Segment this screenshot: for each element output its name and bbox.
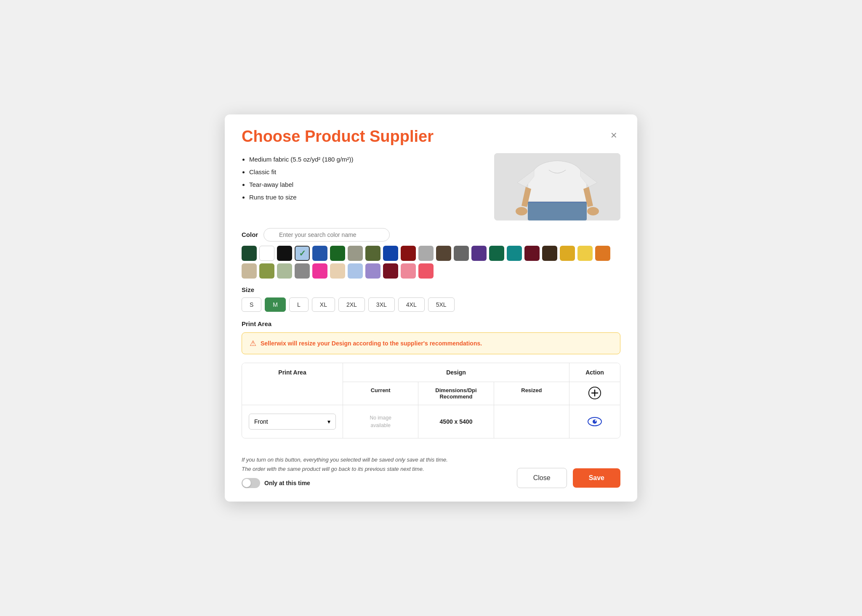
warning-banner: ⚠ Sellerwix will resize your Design acco… [242, 332, 620, 354]
sub-header-resized: Resized [494, 382, 569, 405]
color-swatch[interactable] [259, 263, 274, 279]
color-swatch[interactable] [524, 246, 540, 261]
print-area-title: Print Area [242, 320, 620, 327]
color-swatch[interactable] [330, 263, 345, 279]
sub-header-current: Current [343, 382, 418, 405]
color-swatch[interactable] [242, 263, 257, 279]
close-button[interactable]: Close [517, 468, 567, 488]
color-swatch[interactable] [471, 246, 487, 261]
product-feature-item: Medium fabric (5.5 oz/yd² (180 g/m²)) [249, 153, 484, 166]
color-swatch[interactable] [577, 246, 593, 261]
color-swatch[interactable] [560, 246, 575, 261]
footer-left: If you turn on this button, everything y… [242, 455, 517, 488]
size-buttons: SMLXL2XL3XL4XL5XL [242, 297, 620, 312]
add-design-button[interactable] [588, 386, 601, 400]
col-print-area-header: Print Area [242, 363, 343, 405]
product-feature-item: Runs true to size [249, 191, 484, 204]
product-info-row: Medium fabric (5.5 oz/yd² (180 g/m²))Cla… [242, 153, 620, 220]
color-swatch[interactable] [330, 246, 345, 261]
action-add-area [569, 382, 620, 404]
product-features-list: Medium fabric (5.5 oz/yd² (180 g/m²))Cla… [242, 153, 484, 204]
size-option-button[interactable]: S [242, 297, 261, 312]
color-swatch[interactable] [312, 263, 327, 279]
color-row: Color 🔍 [242, 228, 620, 242]
color-swatch[interactable] [365, 246, 380, 261]
product-feature-item: Tear-away label [249, 178, 484, 191]
size-section: Size SMLXL2XL3XL4XL5XL [242, 286, 620, 312]
footer-note: If you turn on this button, everything y… [242, 455, 517, 474]
color-swatch[interactable] [542, 246, 557, 261]
toggle-label: Only at this time [264, 480, 310, 486]
col-design-header: Design Current Dimensions/Dpi Recommend … [343, 363, 569, 405]
size-option-button[interactable]: 3XL [368, 297, 395, 312]
color-swatch[interactable] [259, 246, 274, 261]
footer-note-line1: If you turn on this button, everything y… [242, 457, 448, 463]
size-option-button[interactable]: 2XL [338, 297, 365, 312]
front-select-label: Front [254, 418, 268, 425]
size-option-button[interactable]: L [289, 297, 309, 312]
body-action-cell [569, 405, 620, 438]
footer-note-line2: The order with the same product will go … [242, 466, 424, 472]
modal-container: Choose Product Supplier × Medium fabric … [225, 114, 637, 502]
body-print-area-cell: Front ▾ [242, 405, 343, 438]
color-swatch[interactable] [436, 246, 451, 261]
action-header-cell: Action [569, 363, 620, 382]
current-image-cell: No imageavailable [343, 405, 418, 438]
color-swatch[interactable] [489, 246, 504, 261]
modal-title: Choose Product Supplier [242, 128, 434, 146]
warning-icon: ⚠ [250, 339, 256, 348]
color-swatch[interactable] [418, 263, 434, 279]
product-feature-item: Classic fit [249, 166, 484, 178]
color-swatch[interactable] [383, 246, 398, 261]
color-search-input[interactable] [263, 228, 390, 242]
color-swatch[interactable] [401, 263, 416, 279]
svg-point-4 [587, 207, 599, 215]
color-label: Color [242, 231, 258, 238]
color-search-wrap: 🔍 [263, 228, 390, 242]
color-swatch[interactable] [401, 246, 416, 261]
color-swatch[interactable] [595, 246, 610, 261]
color-swatch[interactable] [507, 246, 522, 261]
svg-point-3 [516, 207, 527, 215]
view-eye-button[interactable] [588, 417, 602, 426]
product-details: Medium fabric (5.5 oz/yd² (180 g/m²))Cla… [242, 153, 484, 220]
color-swatch[interactable] [312, 246, 327, 261]
col-action-header: Action [569, 363, 620, 405]
color-swatch[interactable] [418, 246, 434, 261]
color-swatch[interactable] [454, 246, 469, 261]
color-section: Color 🔍 ✓ [242, 228, 620, 279]
toggle-row: Only at this time [242, 478, 517, 488]
color-swatch[interactable] [242, 246, 257, 261]
design-sub-headers: Current Dimensions/Dpi Recommend Resized [343, 382, 569, 405]
chevron-down-icon: ▾ [327, 418, 330, 425]
close-icon-button[interactable]: × [607, 128, 620, 142]
print-area-header-cell: Print Area [242, 363, 343, 382]
color-swatch[interactable] [383, 263, 398, 279]
size-option-button[interactable]: M [265, 297, 286, 312]
print-area-section: Print Area ⚠ Sellerwix will resize your … [242, 320, 620, 438]
toggle-knob [242, 479, 251, 487]
color-swatches: ✓ [242, 246, 620, 279]
table-body-row: Front ▾ No imageavailable 4500 x 5400 [242, 405, 620, 438]
no-image-text: No imageavailable [370, 414, 391, 429]
warning-text: Sellerwix will resize your Design accord… [261, 340, 482, 347]
color-swatch[interactable] [277, 263, 292, 279]
color-swatch[interactable] [348, 263, 363, 279]
color-swatch[interactable] [295, 263, 310, 279]
sub-header-dimensions: Dimensions/Dpi Recommend [418, 382, 494, 405]
color-swatch[interactable] [365, 263, 380, 279]
color-swatch[interactable]: ✓ [295, 246, 310, 261]
modal-footer: If you turn on this button, everything y… [242, 452, 620, 488]
print-area-table: Print Area Design Current Dimensions/Dpi… [242, 363, 620, 438]
size-option-button[interactable]: 4XL [398, 297, 425, 312]
only-at-this-time-toggle[interactable] [242, 478, 260, 488]
svg-point-8 [593, 420, 597, 424]
save-button[interactable]: Save [573, 468, 620, 488]
size-label: Size [242, 286, 620, 293]
color-swatch[interactable] [348, 246, 363, 261]
color-swatch[interactable] [277, 246, 292, 261]
front-select-dropdown[interactable]: Front ▾ [249, 414, 336, 430]
size-option-button[interactable]: 5XL [428, 297, 455, 312]
dimensions-cell: 4500 x 5400 [418, 405, 494, 438]
size-option-button[interactable]: XL [312, 297, 335, 312]
